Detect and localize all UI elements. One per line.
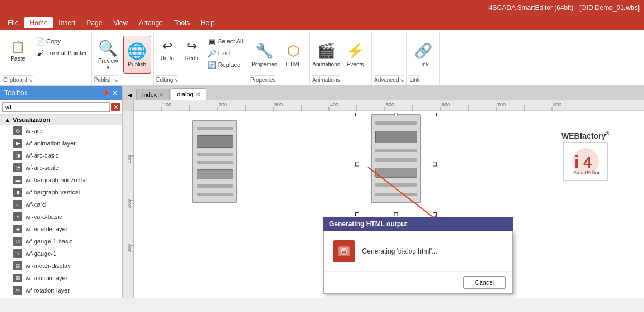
copy-button[interactable]: 📄 Copy [33, 36, 89, 47]
menu-arrange[interactable]: Arrange [133, 17, 168, 28]
toolbox-category-visualization[interactable]: ▲ Visualization [0, 115, 122, 125]
tab-index-close[interactable]: ✕ [159, 92, 163, 98]
svg-text:100: 100 [127, 155, 132, 163]
paste-button[interactable]: 📋 Paste [3, 36, 32, 64]
toolbox-item-wf-animation-layer[interactable]: ▶ wf-animation-layer [0, 137, 122, 149]
selection-handle-mr[interactable] [433, 163, 437, 167]
canvas-content[interactable]: WEBfactory® i 4 SmartEditor [134, 111, 644, 298]
preview-button[interactable]: 🔍 Preview ▼ [94, 36, 122, 74]
replace-label: Replace [218, 61, 240, 68]
publish-dialog-launcher[interactable]: ↘ [114, 77, 118, 83]
find-label: Find [218, 50, 230, 56]
tab-dialog-close[interactable]: ✕ [196, 91, 200, 98]
svg-text:700: 700 [497, 102, 506, 108]
toolbox-item-wf-meter-display[interactable]: ▤ wf-meter-display [0, 260, 122, 272]
events-button[interactable]: ⚡ Events [341, 36, 369, 74]
menu-file[interactable]: File [2, 17, 24, 28]
toolbox-item-wf-enable-layer[interactable]: ◈ wf-enable-layer [0, 223, 122, 235]
menu-help[interactable]: Help [195, 17, 220, 28]
selection-handle-tr[interactable] [433, 113, 437, 116]
properties-button[interactable]: 🔧 Properties [250, 36, 278, 74]
selection-handle-br[interactable] [433, 212, 437, 216]
server-widget-2-container[interactable] [357, 114, 435, 214]
toolbox-close-icon[interactable]: ✕ [112, 89, 118, 97]
undo-button[interactable]: ↩ Undo [156, 36, 178, 64]
advanced-dialog-launcher[interactable]: ↘ [400, 77, 404, 83]
tab-nav-left[interactable]: ◀ [125, 89, 135, 100]
properties-content: 🔧 Properties ⬡ HTML [250, 33, 307, 75]
replace-button[interactable]: 🔄 Replace [205, 59, 245, 70]
link-label: Link [409, 75, 419, 84]
ribbon: 📋 Paste 📄 Copy 🖌 Format Painter Clipboar… [0, 30, 644, 86]
selection-handle-tl[interactable] [355, 113, 359, 116]
menu-bar: File Home Insert Page View Arrange Tools… [0, 16, 644, 30]
toolbox-item-wf-bargraph-horizontal[interactable]: ▬ wf-bargraph-horizontal [0, 174, 122, 186]
menu-view[interactable]: View [108, 17, 133, 28]
toolbox-item-wf-motion-layer[interactable]: ⊞ wf-motion-layer [0, 272, 122, 284]
toolbox-item-wf-arc-scale[interactable]: ◔ wf-arc-scale [0, 162, 122, 174]
properties-icon: 🔧 [255, 42, 273, 60]
toolbox-pin-icon[interactable]: 📌 [101, 89, 110, 97]
toolbox-item-icon: ⊞ [13, 274, 22, 282]
selection-handle-bl[interactable] [355, 212, 359, 216]
replace-icon: 🔄 [207, 60, 216, 69]
cancel-button[interactable]: Cancel [463, 276, 506, 289]
format-painter-button[interactable]: 🖌 Format Painter [33, 47, 89, 58]
clipboard-label: Clipboard ↘ [3, 75, 33, 84]
animations-button[interactable]: 🎬 Animations [312, 36, 340, 74]
events-icon: ⚡ [346, 42, 364, 60]
toolbox-clear-button[interactable]: ✕ [111, 103, 120, 111]
svg-text:400: 400 [330, 102, 338, 108]
toolbox-item-wf-sensor[interactable]: ◉ wf-sensor [0, 296, 122, 298]
publish-button[interactable]: 🌐 Publish [123, 36, 151, 74]
tab-index[interactable]: index ✕ [136, 89, 170, 100]
find-button[interactable]: 🔎 Find [205, 47, 245, 58]
animations-group: 🎬 Animations ⚡ Events Animations [310, 32, 372, 85]
editing-dialog-launcher[interactable]: ↘ [174, 77, 178, 83]
publish-label: Publish ↘ [94, 75, 118, 84]
clipboard-content: 📋 Paste 📄 Copy 🖌 Format Painter [3, 33, 89, 75]
menu-tools[interactable]: Tools [168, 17, 195, 28]
advanced-label: Advanced ↘ [374, 75, 404, 84]
toolbox-item-wf-gauge-1-basic[interactable]: ◎ wf-gauge-1-basic [0, 235, 122, 247]
server-widget-1[interactable] [190, 120, 240, 209]
redo-icon: ↪ [183, 38, 201, 54]
toolbox-item-wf-card[interactable]: ▭ wf-card [0, 198, 122, 211]
publish-icon: 🌐 [128, 42, 146, 60]
dialog-footer: Cancel [324, 271, 512, 293]
menu-page[interactable]: Page [81, 17, 108, 28]
toolbox-item-wf-card-basic[interactable]: ▪ wf-card-basic [0, 211, 122, 223]
html-button[interactable]: ⬡ HTML [279, 36, 307, 74]
svg-text:4: 4 [583, 154, 592, 171]
selection-handle-tc[interactable] [394, 113, 398, 116]
selection-handle-bc[interactable] [394, 212, 398, 216]
tab-dialog-label: dialog [177, 91, 193, 98]
select-all-button[interactable]: ▣ Select All [205, 36, 245, 47]
svg-text:i4: i4 [342, 249, 346, 255]
webfactory-logo-box: i 4 SmartEditor [563, 142, 608, 181]
link-button[interactable]: 🔗 Link [409, 36, 437, 74]
undo-icon: ↩ [158, 38, 176, 54]
menu-home[interactable]: Home [24, 17, 53, 28]
toolbox-category-icon: ▲ [4, 116, 11, 123]
link-label: Link [418, 61, 428, 67]
redo-label: Redo [185, 55, 198, 61]
toolbox-item-wf-gauge-1[interactable]: ○ wf-gauge-1 [0, 247, 122, 260]
tab-dialog[interactable]: dialog ✕ [171, 88, 206, 100]
html-label: HTML [285, 61, 301, 67]
i4-logo: i 4 SmartEditor [569, 147, 602, 177]
toolbox-item-wf-bargraph-vertical[interactable]: ▮ wf-bargraph-vertical [0, 186, 122, 198]
toolbox-item-icon: ↻ [13, 286, 22, 295]
toolbox-search-input[interactable] [2, 102, 110, 112]
menu-insert[interactable]: Insert [53, 17, 81, 28]
toolbox-item-wf-arc-basic[interactable]: ◑ wf-arc-basic [0, 149, 122, 162]
canvas[interactable]: 100 200 300 400 500 [123, 100, 644, 298]
selection-handle-ml[interactable] [355, 163, 359, 167]
link-group: 🔗 Link Link [407, 32, 440, 85]
toolbox-item-wf-rotation-layer[interactable]: ↻ wf-rotation-layer [0, 284, 122, 296]
redo-button[interactable]: ↪ Redo [181, 36, 203, 64]
toolbox-item-icon: ◔ [13, 163, 22, 172]
toolbox-item-wf-arc[interactable]: ⊙ wf-arc [0, 125, 122, 137]
toolbox-category-label: Visualization [13, 116, 50, 123]
clipboard-dialog-launcher[interactable]: ↘ [28, 77, 33, 83]
